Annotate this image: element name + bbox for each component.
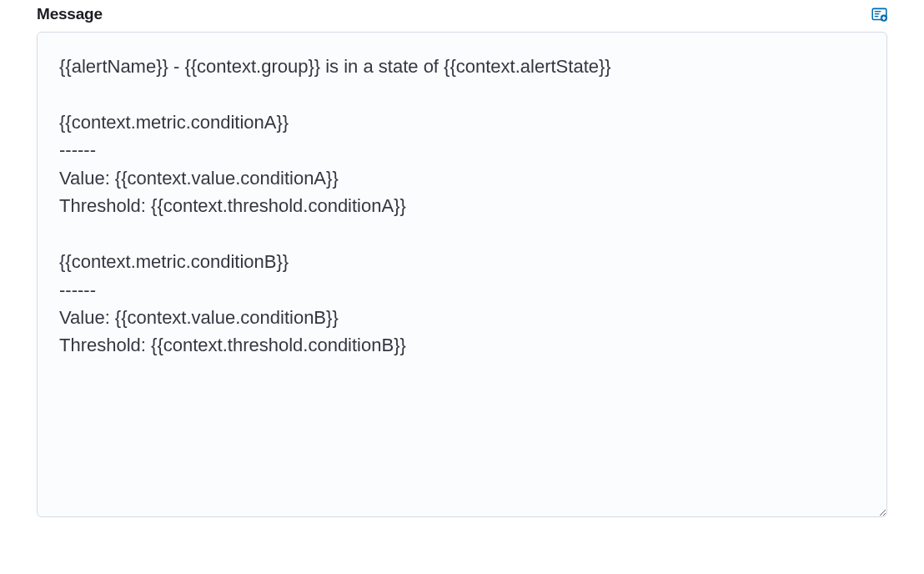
message-textarea[interactable] [37,32,887,517]
add-variable-icon [871,7,887,23]
field-header: Message [37,0,887,25]
add-variable-button[interactable] [871,6,887,23]
textarea-wrapper [37,32,887,521]
message-label: Message [37,5,103,23]
message-field-container: Message [0,0,924,521]
